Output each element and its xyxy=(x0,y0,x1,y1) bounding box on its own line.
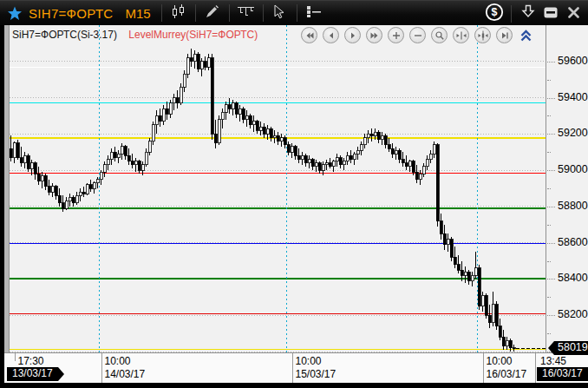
candle-body xyxy=(200,62,203,69)
candle-body xyxy=(374,132,376,135)
timeframe-label[interactable]: M15 xyxy=(126,6,151,21)
candle-body xyxy=(55,187,57,195)
price-axis-label: 59600 xyxy=(558,55,588,67)
price-axis-label: 59400 xyxy=(558,91,588,103)
price-axis-label: 59000 xyxy=(558,163,588,175)
collapse-toolbar-button[interactable] xyxy=(518,27,533,43)
go-to-end-button[interactable] xyxy=(496,27,513,43)
main-series-label: SiH7=ФОРТС(Si-3.17) xyxy=(12,29,117,41)
candle-body xyxy=(471,275,474,280)
fast-forward-button[interactable] xyxy=(366,27,382,43)
candle-body xyxy=(502,337,505,346)
candle-body xyxy=(499,326,501,338)
price-axis-label: 58600 xyxy=(558,236,588,248)
candle-body xyxy=(467,272,470,280)
candle-body xyxy=(422,167,425,174)
candle-body xyxy=(58,195,61,202)
candle-body xyxy=(492,305,494,323)
compress-horizontal-button[interactable] xyxy=(453,27,469,43)
candle-body xyxy=(204,62,206,67)
candle-body xyxy=(339,158,342,165)
price-minor-tick xyxy=(547,152,551,153)
indicator-list-button[interactable] xyxy=(303,3,325,23)
candle-body xyxy=(30,163,33,168)
toolbar-divider xyxy=(195,4,196,22)
cursor-icon xyxy=(273,4,286,23)
candle-body xyxy=(461,270,463,275)
time-tick xyxy=(292,353,293,383)
candle-body xyxy=(193,54,196,61)
price-minor-tick xyxy=(547,261,551,262)
restore-window-icon xyxy=(544,6,558,22)
title-bar: SIH7=ФОРТС M15 xyxy=(0,0,588,25)
step-back-button[interactable] xyxy=(323,27,339,43)
draw-pencil-button[interactable] xyxy=(201,3,224,23)
price-minor-tick xyxy=(547,225,551,226)
zoom-out-button[interactable] xyxy=(409,27,426,43)
candle-body xyxy=(232,103,234,109)
candle-body xyxy=(433,145,435,154)
price-axis[interactable]: 5960059400592005900058800586005840058200… xyxy=(546,25,588,352)
levels-button[interactable] xyxy=(235,3,258,23)
candle-body xyxy=(207,58,210,67)
candle-body xyxy=(273,135,276,137)
candle-body xyxy=(513,348,515,349)
candle-body xyxy=(44,175,47,187)
candlestick-chart-icon xyxy=(171,4,186,23)
candle-body xyxy=(69,197,71,201)
fast-rewind-button[interactable] xyxy=(301,27,317,43)
time-axis[interactable]: 17:3013/03/1710:0014/03/1710:0015/03/171… xyxy=(4,352,588,383)
price-axis-label: 58400 xyxy=(558,272,588,284)
candle-body xyxy=(27,155,29,168)
candle-body xyxy=(322,165,324,170)
download-button[interactable] xyxy=(517,3,539,24)
currency-button[interactable]: $ xyxy=(483,3,506,24)
candle-body xyxy=(180,87,182,103)
candle-body xyxy=(287,145,290,152)
candle-body xyxy=(183,74,186,87)
zoom-in-button[interactable] xyxy=(388,27,404,43)
candle-body xyxy=(110,152,113,159)
candle-body xyxy=(277,135,279,141)
candle-body xyxy=(41,175,43,181)
levels-icon xyxy=(238,4,254,22)
candle-body xyxy=(360,145,363,150)
candle-body xyxy=(51,187,54,192)
candle-body xyxy=(450,240,453,258)
candle-body xyxy=(152,125,154,141)
candle-body xyxy=(384,135,387,145)
close-window-button[interactable] xyxy=(562,3,585,24)
candle-body xyxy=(148,141,151,153)
restore-window-button[interactable] xyxy=(539,3,562,24)
candle-body xyxy=(159,115,161,121)
candle-body xyxy=(429,154,432,159)
candle-body xyxy=(270,128,272,137)
favorite-star-icon[interactable] xyxy=(7,6,23,21)
candle-body xyxy=(402,160,404,163)
step-forward-button[interactable] xyxy=(344,27,361,43)
candle-body xyxy=(381,135,383,139)
price-chart[interactable] xyxy=(10,25,546,352)
chart-nav-toolbar xyxy=(301,27,533,43)
candle-body xyxy=(284,138,286,145)
price-minor-tick xyxy=(547,297,551,298)
candle-body xyxy=(65,201,68,208)
compress-vertical-button[interactable] xyxy=(474,27,491,43)
current-time-label: 13:45 xyxy=(540,355,566,367)
candle-body xyxy=(377,132,380,139)
candle-body xyxy=(245,115,248,119)
candle-body xyxy=(10,148,12,158)
date-axis-label: 15/03/17 xyxy=(296,368,336,380)
chevron-up-double-icon xyxy=(519,29,532,43)
candle-body xyxy=(190,58,193,62)
candle-body xyxy=(96,180,99,183)
zoom-box-button[interactable] xyxy=(431,27,448,43)
time-tick xyxy=(101,353,102,383)
fast-forward-icon xyxy=(369,30,380,41)
candle-body xyxy=(395,150,397,154)
candle-body xyxy=(318,163,321,170)
cursor-mode-button[interactable] xyxy=(269,3,291,23)
candle-body xyxy=(127,155,130,161)
candlestick-chart-button[interactable] xyxy=(167,3,190,23)
candle-body xyxy=(48,187,50,192)
